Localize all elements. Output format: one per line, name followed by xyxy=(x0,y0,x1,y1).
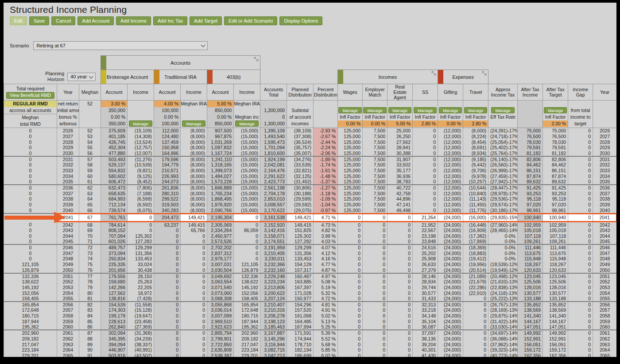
header-ss-15: SS xyxy=(413,84,438,101)
header-account-5: Account xyxy=(154,84,181,101)
header-meghan-2: Meghan xyxy=(79,84,101,101)
toolbar-button-add-account[interactable]: Add Account xyxy=(78,16,114,25)
toolbar-button-edit[interactable]: Edit xyxy=(10,16,27,25)
header-approx-income-tax-18: Approx Income Tax xyxy=(488,84,518,101)
manage-button[interactable]: Manage xyxy=(338,107,361,113)
header-travel-17: Travel xyxy=(463,84,488,101)
setup-row: REGULAR RMDaccross all accountsMeghantot… xyxy=(4,101,617,128)
header-account-7: Account xyxy=(207,84,234,101)
table-row: 0204470707,094125,302002,450,97703,158,0… xyxy=(4,233,617,239)
toolbar-button-add-inc-tax[interactable]: Add Inc Tax xyxy=(153,16,187,25)
manage-button[interactable]: Manage xyxy=(414,107,437,113)
table-row: 0203763658,635(7,188)280,310(8,000)1,765… xyxy=(4,190,617,196)
table-row: 0204571601,026127,282002,573,52603,174,5… xyxy=(4,239,617,244)
group-incomes: Incomes xyxy=(338,70,438,84)
table-row: 158,405205581138,816(7,428)003,068,30815… xyxy=(4,296,617,302)
table-row: 126,879205076201,65630,438003,030,504126… xyxy=(4,267,617,273)
table-row: 0203258529,137(10,539)194,779(8,000)1,31… xyxy=(4,162,617,168)
toolbar-button-add-income[interactable]: Add Income xyxy=(116,16,151,25)
manage-button[interactable]: Manage xyxy=(439,107,462,113)
scenario-select-wrap: Retiring at 67 xyxy=(33,41,208,50)
toolbar-button-save[interactable]: Save xyxy=(29,16,49,25)
view-beneficial-rmd-button[interactable]: View Beneficial RMD xyxy=(6,92,55,99)
header-year-22: Year xyxy=(593,84,616,101)
manage-button[interactable]: Manage xyxy=(491,107,514,113)
table-row: 202,960206187302,094(31,368)002,865,7942… xyxy=(4,330,617,336)
toolbar-button-cancel[interactable]: Cancel xyxy=(51,16,75,25)
planning-horizon-select[interactable]: 40 years xyxy=(67,73,96,81)
planning-table: AccountsPlanning Horizon40 yearsBrokerag… xyxy=(4,55,616,357)
table-row: 121,105204975225,33533,024003,007,031121… xyxy=(4,262,617,267)
group-color-tab xyxy=(101,56,106,70)
table-row: 217,047206389394,094(38,337)002,722,8502… xyxy=(4,341,617,347)
header-gifting-16: Gifting xyxy=(438,84,463,101)
header-real-estate-agent-14: Real Estate Agent xyxy=(388,84,413,101)
table-row: 223,184206490446,907(40,991)002,635,8082… xyxy=(4,347,617,353)
table-row: 229,201206591503,816(43,502)002,538,3972… xyxy=(4,353,617,357)
manage-button[interactable]: Manage xyxy=(388,107,411,113)
collapse-icon[interactable] xyxy=(254,57,259,62)
group-header-row: Accounts xyxy=(4,56,617,70)
table-row-highlighted: 0204167761,7610204,473149,4212,195,30403… xyxy=(4,213,617,221)
table-row: 0203359554,832(9,821)210,571(8,000)1,399… xyxy=(4,168,617,174)
manage-button[interactable]: Manage xyxy=(363,107,386,113)
header-accounts-total-9: Accounts Total xyxy=(260,84,287,101)
header-wages-12: Wages xyxy=(338,84,363,101)
toolbar-button-add-target[interactable]: Add Target xyxy=(190,16,222,25)
table-row: 145,192205379142,26622,205003,071,540145… xyxy=(4,284,617,290)
header-income-6: Income xyxy=(181,84,207,101)
header-planned-distribution-10: Planned Distribution xyxy=(287,84,314,101)
group-accounts: Accounts xyxy=(101,56,260,70)
column-header-row: Total requiredView Beneficial RMDYearMeg… xyxy=(4,84,617,101)
manage-button[interactable]: Manage xyxy=(235,120,258,127)
app-window: Structured Income Planning EditSaveCance… xyxy=(4,3,616,357)
planning-horizon: Planning Horizon40 years xyxy=(4,71,101,82)
header-percent-distribution-11: Percent Distribution xyxy=(314,84,338,101)
scenario-row: Scenario Retiring at 67 xyxy=(10,41,616,50)
scenario-label: Scenario xyxy=(10,43,29,48)
toolbar: EditSaveCancelAdd AccountAdd IncomeAdd I… xyxy=(10,16,616,26)
header-year-1: Year xyxy=(57,84,79,101)
group-color-tab xyxy=(101,70,106,84)
scenario-select[interactable]: Retiring at 67 xyxy=(33,41,208,50)
header-after-tax-target-20: After Tax Target xyxy=(543,84,568,101)
table-row: 0203561606,472(8,452)244,073(8,000)1,573… xyxy=(4,179,617,185)
table-row: 0203056477,880(12,007)164,996(8,000)1,16… xyxy=(4,151,617,156)
table-row: 0202955452,304(12,757)150,958(8,000)1,09… xyxy=(4,145,617,151)
header-income-4: Income xyxy=(128,84,154,101)
collapse-icon[interactable] xyxy=(482,71,487,77)
table-row: 187,944205985228,613(23,458)002,969,5101… xyxy=(4,319,617,325)
header-income-gap-21: Income Gap xyxy=(568,84,593,101)
table-row: 132,336205177179,55628,150003,049,692132… xyxy=(4,273,617,279)
group-color-tab xyxy=(438,70,443,84)
toolbar-button-edit-or-add-scenario[interactable]: Edit or Add Scenario xyxy=(224,16,277,25)
group-color-tab xyxy=(154,70,159,84)
table-row: 0204268784,614063,237149,4152,305,06903,… xyxy=(4,221,617,228)
group-403-b: 403(b) xyxy=(207,70,260,84)
planning-horizon-label: Planning Horizon xyxy=(41,71,64,82)
table-row: 180,715205884199,179(19,647)003,007,0991… xyxy=(4,313,617,319)
table-row: 0202753401,185(14,308)124,480(8,000)967,… xyxy=(4,133,617,139)
app-title: Structured Income Planning xyxy=(10,4,616,15)
table-row: 152,056205480127,56218,972003,073,060152… xyxy=(4,290,617,296)
group-brokerage-account: Brokerage Account xyxy=(101,70,154,84)
manage-button[interactable]: Manage xyxy=(182,120,205,127)
table-row: 0202652375,609(15,109)112,000(8,000)907,… xyxy=(4,128,617,134)
planning-table-container: AccountsPlanning Horizon40 yearsBrokerag… xyxy=(4,55,616,357)
header-employer-match-13: Employer Match xyxy=(363,84,388,101)
toolbar-button-display-options[interactable]: Display Options xyxy=(279,16,322,25)
table-row: 195,362206086262,840(27,369)002,922,6231… xyxy=(4,324,617,330)
collapse-icon[interactable] xyxy=(431,71,436,77)
group-expenses: Expenses xyxy=(438,70,488,84)
table-row: 0202854426,745(13,524)137,459(8,000)1,03… xyxy=(4,139,617,145)
manage-button[interactable]: Manage xyxy=(464,107,487,113)
manage-button[interactable]: Manage xyxy=(544,107,567,113)
manage-button[interactable]: Manage xyxy=(129,120,152,127)
header-after-tax-income-19: After Tax Income xyxy=(518,84,543,101)
table-row: 0203965712,134(6,592)319,503(8,000)1,976… xyxy=(4,202,617,208)
group-header-row: Planning Horizon40 yearsBrokerage Accoun… xyxy=(4,70,617,84)
group-color-tab xyxy=(338,70,343,84)
table-row: 172,648205783174,303(15,128)003,036,0141… xyxy=(4,307,617,313)
table-row: 0203864684,993(6,599)299,522(8,000)1,868… xyxy=(4,196,617,202)
table-row: 165,854205682154,539(11,558)003,055,8681… xyxy=(4,302,617,307)
